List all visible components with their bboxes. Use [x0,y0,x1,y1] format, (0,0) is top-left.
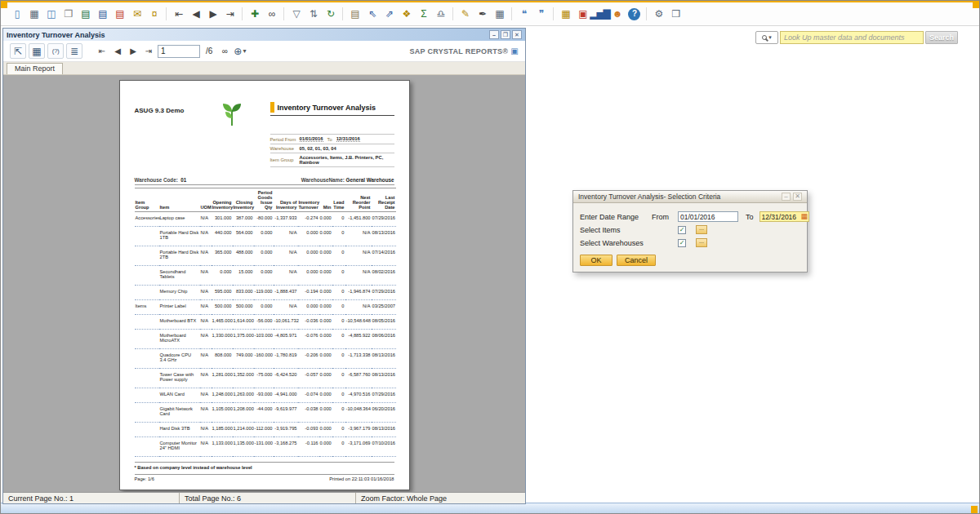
help-icon[interactable]: ? [628,8,640,20]
group-tree-icon[interactable]: ≣ [66,43,82,59]
copy-icon[interactable]: ❐ [60,7,76,22]
cell-group: Accessories [135,212,159,227]
cell-lead: 0 [332,212,345,227]
from-label: From [652,213,678,221]
cancel-button[interactable]: Cancel [617,255,656,266]
cell-lead: 0 [332,437,345,457]
lock-icon[interactable]: ¤ [146,7,162,22]
refresh-icon[interactable]: ↻ [323,7,338,22]
edit-icon[interactable]: ✎ [457,7,473,22]
printed-on-label: Printed on 22:11:03 01/16/2018 [329,476,394,481]
zoom-control[interactable]: ⊕ ▾ [234,46,246,57]
search-button[interactable]: Search [925,31,958,44]
print-preview-icon[interactable]: ◫ [43,7,59,22]
export-word-icon[interactable]: ▤ [95,7,110,22]
export-pdf-icon[interactable]: ▤ [112,7,127,22]
close-icon[interactable]: ✕ [512,30,522,39]
col-header: Item Group [135,188,159,212]
select-warehouses-browse-button[interactable]: ... [696,238,707,247]
form-settings-icon[interactable]: ▦ [492,7,507,22]
cell-lead: 0 [332,315,345,330]
sign-icon[interactable]: ✒ [474,7,490,22]
page-number-input[interactable] [158,45,200,58]
sort-icon[interactable]: ⇅ [305,7,321,22]
cell-group: Items [135,300,159,315]
target-document-icon[interactable]: ⇗ [381,7,397,22]
corner-accent-top-left[interactable] [1,1,7,8]
gross-profit-icon[interactable]: Σ [416,7,431,22]
close-icon[interactable]: ✕ [793,193,802,201]
viewer-area[interactable]: ASUG 9.3 Demo Inventory Turnover Analys [3,75,525,492]
corner-accent-bottom-right[interactable] [971,506,978,513]
window-icon[interactable]: ❒ [668,7,684,22]
add-record-icon[interactable]: ✚ [247,7,262,22]
select-items-checkbox[interactable]: ✓ [678,226,686,234]
print-icon[interactable]: ▦ [29,43,45,59]
cell-reorder: -4,970.516 [345,388,372,403]
select-items-browse-button[interactable]: ... [696,225,707,234]
chat-icon[interactable]: ❝ [516,7,532,22]
cell-turnover: -0.036 [298,315,319,330]
alerts-icon[interactable]: ▣ [575,7,590,22]
cell-close: 1,352.000 [233,369,254,388]
first-page-icon[interactable]: ⇤ [96,45,109,58]
next-page-icon[interactable]: ▶ [127,45,140,58]
minimize-icon[interactable]: – [782,193,791,201]
cell-lead: 0 [332,388,345,403]
previous-page-icon[interactable]: ◀ [111,45,124,58]
new-form-icon[interactable]: ▯ [9,7,24,22]
volume-weight-icon[interactable]: ♎ [433,7,448,22]
cell-group [135,227,159,246]
cell-turnover: -0.194 [298,286,319,300]
settings-icon[interactable]: ⚙ [651,7,666,22]
calendar-icon[interactable]: ▦ [558,7,573,22]
last-record-icon[interactable]: ⇥ [222,7,238,22]
find-icon[interactable]: ∞ [218,45,231,58]
print-icon[interactable]: ▦ [26,7,42,22]
cell-turnover: -0.074 [298,388,319,403]
restore-icon[interactable]: ❐ [501,30,510,39]
find-record-icon[interactable]: ∞ [264,7,279,22]
cell-uom: N/A [200,423,212,437]
email-icon[interactable]: ✉ [129,7,145,22]
cell-days: N/A [274,266,298,286]
window-titlebar[interactable]: Inventory Turnover Analysis – ❐ ✕ [3,29,525,41]
cell-item: Memory Chip [159,286,200,300]
parameter-panel-icon[interactable]: (?) [47,43,64,59]
company-logo-icon [218,102,246,127]
cell-close: 387.000 [233,212,254,227]
dialog-titlebar[interactable]: Inventory Turnover Analysis- Selection C… [573,191,807,203]
users-icon[interactable]: ☻ [609,7,625,22]
cell-issue: -44.000 [254,403,274,423]
calendar-icon[interactable]: ▦ [801,213,808,220]
to-date-field[interactable] [760,212,801,221]
payment-means-icon[interactable]: ❖ [399,7,414,22]
next-record-icon[interactable]: ▶ [205,7,220,22]
messages-icon[interactable]: ❞ [533,7,549,22]
minimize-icon[interactable]: – [489,30,499,39]
warehouse-label: Warehouse [270,146,300,151]
ok-button[interactable]: OK [580,255,612,266]
cell-close: 1,614.000 [233,315,254,330]
search-scope-dropdown[interactable]: ▾ [755,31,778,44]
transaction-journal-icon[interactable]: ▤ [347,7,363,22]
viewer-status-bar: Current Page No.: 1 Total Page No.: 6 Zo… [3,492,525,503]
cell-open: 301.000 [212,212,233,227]
from-date-field[interactable] [678,211,738,222]
search-input[interactable] [780,31,924,44]
first-record-icon[interactable]: ⇤ [171,7,186,22]
filter-icon[interactable]: ▽ [288,7,304,22]
cell-uom: N/A [200,315,212,330]
corner-accent-top-right[interactable] [973,1,979,8]
previous-record-icon[interactable]: ◀ [188,7,203,22]
export-excel-icon[interactable]: ▤ [78,7,93,22]
export-icon[interactable]: ⇱ [10,43,26,59]
cell-item: Portable Hard Disk 2TB [159,246,200,266]
last-page-icon[interactable]: ⇥ [142,45,155,58]
select-warehouses-checkbox[interactable]: ✓ [678,239,686,247]
cell-item: Laptop case [159,212,200,227]
chart-icon[interactable]: ▂▅▇ [592,7,608,22]
base-document-icon[interactable]: ⇖ [364,7,380,22]
tab-main-report[interactable]: Main Report [7,63,63,74]
cell-issue: 0.000 [254,246,274,266]
